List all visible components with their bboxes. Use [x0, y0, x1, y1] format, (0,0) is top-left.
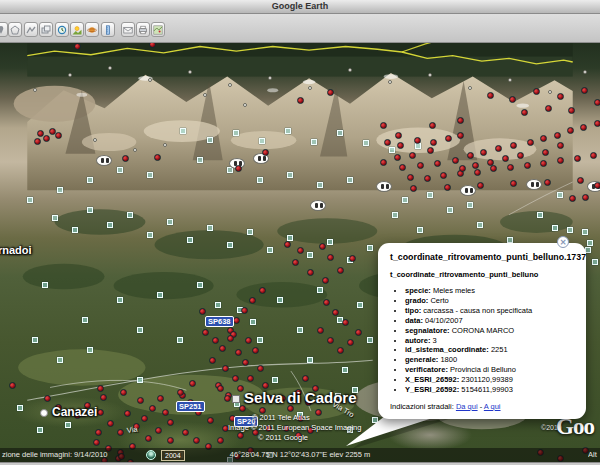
image-overlay-icon: [41, 25, 51, 35]
info-balloon: t_coordinate_ritrovamento_punti_belluno.…: [378, 243, 586, 419]
balloon-field: autore: 3: [405, 336, 574, 346]
balloon-field: Y_ESRI_26592: 5154611,99903: [405, 385, 574, 395]
sun-icon: [72, 25, 82, 35]
balloon-field: specie: Meles meles: [405, 286, 574, 296]
add-image-overlay-button[interactable]: [39, 22, 53, 37]
add-path-button[interactable]: [24, 22, 38, 37]
balloon-title: t_coordinate_ritrovamento_punti_belluno.…: [390, 252, 574, 262]
balloon-field-list: specie: Meles melesgrado: Certotipo: car…: [405, 286, 574, 395]
add-polygon-button[interactable]: [8, 22, 22, 37]
balloon-field: id_sistema_coordinate: 2251: [405, 345, 574, 355]
eye-altitude-text: Alt: [588, 448, 600, 462]
balloon-field: generale: 1800: [405, 355, 574, 365]
balloon-field: segnalatore: CORONA MARCO: [405, 326, 574, 336]
path-icon: [26, 25, 36, 35]
clock-icon: [57, 25, 67, 35]
directions-to-link[interactable]: A qui: [484, 402, 501, 411]
print-button[interactable]: [136, 22, 150, 37]
email-button[interactable]: [121, 22, 135, 37]
balloon-field: grado: Certo: [405, 296, 574, 306]
window-title: Google Earth: [272, 1, 329, 11]
balloon-field: data: 04/10/2007: [405, 316, 574, 326]
directions-row: Indicazioni stradali: Da qui - A qui: [390, 402, 574, 411]
directions-from-link[interactable]: Da qui: [456, 402, 478, 411]
directions-prefix: Indicazioni stradali:: [390, 402, 454, 411]
balloon-close-icon[interactable]: ✕: [557, 236, 569, 248]
historical-imagery-button[interactable]: [55, 22, 69, 37]
coordinates-readout: 46°28'04.75"N 12°02'43.07"E elev 2255 m: [0, 448, 600, 462]
planet-icon: [87, 25, 97, 35]
balloon-subtitle: t_coordinate_ritrovamento_punti_belluno: [390, 270, 574, 279]
envelope-icon: [123, 25, 133, 35]
ruler-button[interactable]: [101, 22, 115, 37]
sky-button[interactable]: [85, 22, 99, 37]
balloon-field: verificatore: Provincia di Belluno: [405, 365, 574, 375]
balloon-field: tipo: carcassa - causa non specificata: [405, 306, 574, 316]
view-in-maps-button[interactable]: [151, 22, 165, 37]
status-bar: zione delle immagini: 9/14/2010 2004 46°…: [0, 448, 600, 462]
titlebar[interactable]: Google Earth: [0, 0, 600, 14]
sunlight-button[interactable]: [70, 22, 84, 37]
printer-icon: [138, 25, 148, 35]
maps-icon: [153, 25, 163, 35]
toolbar: [0, 14, 600, 43]
placemark-icon: [0, 25, 6, 35]
balloon-field: X_ESRI_26592: 2301120,99389: [405, 375, 574, 385]
add-placemark-button[interactable]: [0, 22, 8, 37]
google-earth-window: Google Earth: [0, 0, 600, 465]
ruler-icon: [103, 25, 113, 35]
polygon-icon: [10, 25, 20, 35]
